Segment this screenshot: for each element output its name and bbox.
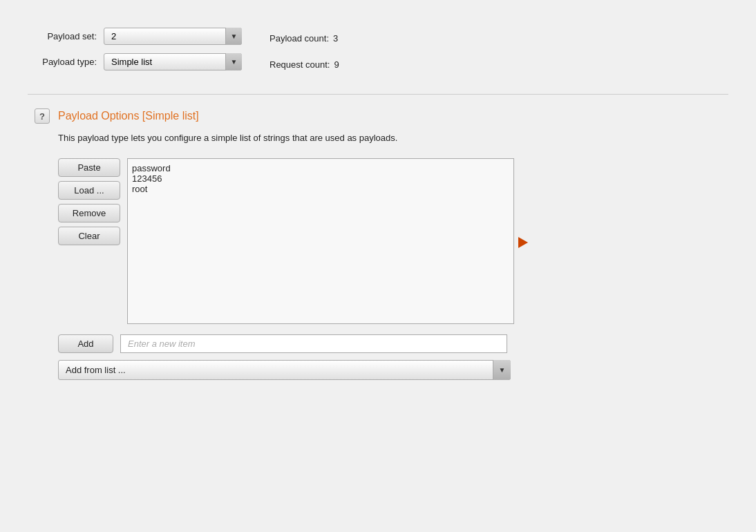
add-item-row: Add <box>58 334 721 353</box>
payload-set-select-container: 1 2 3 4 ▼ <box>104 28 242 45</box>
payload-type-select-container: Simple list Runtime file Custom iterator… <box>104 53 242 70</box>
payload-set-label: Payload set: <box>35 31 97 41</box>
add-from-list-select-container: Add from list ... ▼ <box>58 360 511 380</box>
request-count-label: Request count: <box>270 59 330 70</box>
action-buttons-col: Paste Load ... Remove Clear <box>58 158 120 245</box>
payload-count-label: Payload count: <box>270 33 329 44</box>
payload-list-area: Paste Load ... Remove Clear password 123… <box>58 158 721 326</box>
options-title: Payload Options [Simple list] <box>58 110 199 122</box>
section-divider <box>28 94 728 95</box>
add-from-list-select[interactable]: Add from list ... <box>58 360 511 380</box>
load-button[interactable]: Load ... <box>58 181 120 200</box>
options-section: ? Payload Options [Simple list] This pay… <box>28 108 728 380</box>
options-header: ? Payload Options [Simple list] <box>35 108 721 124</box>
paste-button[interactable]: Paste <box>58 158 120 177</box>
add-from-list-row: Add from list ... ▼ <box>58 360 511 380</box>
payload-type-label: Payload type: <box>35 57 97 67</box>
add-item-input[interactable] <box>120 334 507 353</box>
page-container: Payload set: 1 2 3 4 ▼ Payload type: Sim… <box>0 0 756 532</box>
payload-set-select[interactable]: 1 2 3 4 <box>104 28 242 45</box>
counts-section: Payload count: 3 Request count: 9 <box>270 28 339 73</box>
payload-set-row: Payload set: 1 2 3 4 ▼ <box>35 28 242 45</box>
add-button[interactable]: Add <box>58 334 113 353</box>
request-count-value: 9 <box>334 59 339 70</box>
payload-type-select[interactable]: Simple list Runtime file Custom iterator… <box>104 53 242 70</box>
play-arrow-icon[interactable] <box>518 237 528 248</box>
payload-count-row: Payload count: 3 <box>270 29 339 47</box>
remove-button[interactable]: Remove <box>58 204 120 222</box>
payload-list-textarea[interactable]: password 123456 root <box>127 158 514 324</box>
payload-list-container: password 123456 root <box>127 158 514 326</box>
request-count-row: Request count: 9 <box>270 55 339 73</box>
top-section: Payload set: 1 2 3 4 ▼ Payload type: Sim… <box>28 14 728 87</box>
help-icon[interactable]: ? <box>35 108 50 124</box>
options-description: This payload type lets you configure a s… <box>58 132 721 144</box>
payload-count-value: 3 <box>333 33 338 44</box>
payload-type-row: Payload type: Simple list Runtime file C… <box>35 53 242 70</box>
clear-button[interactable]: Clear <box>58 227 120 245</box>
form-fields: Payload set: 1 2 3 4 ▼ Payload type: Sim… <box>35 28 242 70</box>
